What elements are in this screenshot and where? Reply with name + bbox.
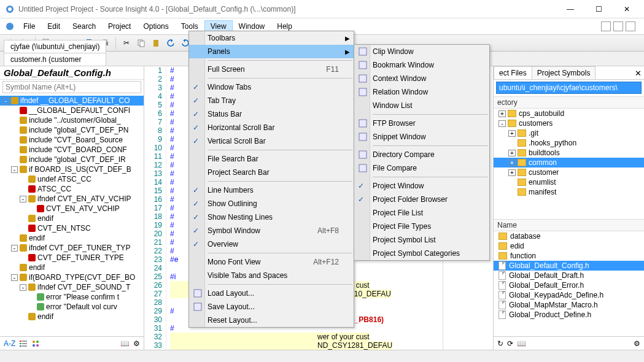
menu-search[interactable]: Search bbox=[66, 20, 102, 33]
symbol-tree-item[interactable]: -ifndef __GLOBAL_DEFAULT_CO bbox=[0, 96, 144, 106]
symbol-tree-item[interactable]: CVT_EN_ATV_VCHIP bbox=[0, 204, 144, 214]
menu-item[interactable]: Project Search Bar bbox=[189, 166, 354, 179]
gear-icon[interactable]: ⚙ bbox=[133, 339, 140, 348]
symbol-tree-item[interactable]: -if BOARD_IS_US(CVT_DEF_B bbox=[0, 164, 144, 174]
mdi-restore-icon[interactable] bbox=[613, 21, 623, 31]
symbol-tree-item[interactable]: include "../customer/Global_ bbox=[0, 115, 144, 125]
file-list-item[interactable]: database bbox=[494, 231, 644, 241]
refresh-icon[interactable]: ↻ bbox=[497, 339, 503, 348]
menu-item[interactable]: FTP Browser bbox=[354, 117, 489, 130]
menu-item[interactable]: File Search Bar bbox=[189, 152, 354, 166]
app-menu-icon[interactable] bbox=[5, 21, 15, 31]
file-list-item[interactable]: Global_KeypadAdc_Define.h bbox=[494, 290, 644, 300]
panel-close-button[interactable]: ✕ bbox=[635, 69, 642, 78]
symbol-tree-item[interactable]: include "CVT_BOARD_CONF bbox=[0, 145, 144, 155]
file-list[interactable]: databaseedidfunctionGlobal_Default_Confi… bbox=[494, 231, 644, 336]
menu-item[interactable]: Snippet Window bbox=[354, 130, 489, 144]
file-list-item[interactable]: Global_Product_Define.h bbox=[494, 310, 644, 320]
menu-item[interactable]: ✓Symbol WindowAlt+F8 bbox=[189, 224, 354, 237]
symbol-tree-item[interactable]: -ifndef CVT_EN_ATV_VCHIP bbox=[0, 194, 144, 204]
symbol-tree-item[interactable]: -ifndef CVT_DEF_TUNER_TYP bbox=[0, 243, 144, 253]
menu-item[interactable]: Window List bbox=[354, 99, 489, 112]
menu-item[interactable]: ✓Vertical Scroll Bar bbox=[189, 134, 354, 148]
directory-item[interactable]: +common bbox=[494, 158, 644, 168]
menu-item[interactable]: ✓Overview bbox=[189, 237, 354, 251]
directory-item[interactable]: +manifest bbox=[494, 187, 644, 197]
menu-item[interactable]: File Compare bbox=[354, 161, 489, 175]
symbol-tree-item[interactable]: include "CVT_Board_Source bbox=[0, 135, 144, 145]
menu-item[interactable]: Directory Compare bbox=[354, 148, 489, 161]
file-tab[interactable]: cjyfae (\\ubuntu\i_chenjiayi) bbox=[4, 40, 106, 53]
project-tab[interactable]: Project Symbols bbox=[532, 66, 596, 79]
menu-item[interactable]: Project File List bbox=[354, 206, 489, 220]
close-button[interactable]: ✕ bbox=[618, 5, 635, 13]
symbol-tree-item[interactable]: CVT_EN_NTSC bbox=[0, 223, 144, 233]
symbol-list-icon[interactable] bbox=[19, 339, 28, 348]
symbol-tree-item[interactable]: __GLOBAL_DEFAULT_CONFI bbox=[0, 106, 144, 115]
undo-button[interactable] bbox=[165, 37, 177, 49]
menu-item[interactable]: Full ScreenF11 bbox=[189, 63, 354, 76]
menu-item[interactable]: Context Window bbox=[354, 72, 489, 85]
project-tab[interactable]: ect Files bbox=[494, 66, 532, 79]
menu-item[interactable]: ✓Project Folder Browser bbox=[354, 193, 489, 206]
menu-item[interactable]: ✓Window Tabs bbox=[189, 80, 354, 94]
book-icon[interactable]: 📖 bbox=[120, 339, 130, 348]
menu-item[interactable]: ✓Status Bar bbox=[189, 107, 354, 121]
file-list-item[interactable]: Global_Default_Draft.h bbox=[494, 271, 644, 280]
menu-item[interactable]: ✓Line Numbers bbox=[189, 183, 354, 197]
file-tab[interactable]: customer.h (customer bbox=[4, 53, 106, 66]
symbol-tree-item[interactable]: -if(BOARD_TYPE(CVT_DEF_BO bbox=[0, 272, 144, 282]
directory-item[interactable]: +buildtools bbox=[494, 148, 644, 158]
symbol-tree-item[interactable]: -ifndef CVT_DEF_SOUND_T bbox=[0, 282, 144, 292]
symbol-tree-item[interactable]: endif bbox=[0, 312, 144, 322]
menu-item[interactable]: ✓Project Window bbox=[354, 179, 489, 193]
menu-item[interactable]: Load Layout... bbox=[189, 287, 354, 300]
symbol-tree-item[interactable]: include "global_CVT_DEF_IR bbox=[0, 155, 144, 164]
symbol-tree[interactable]: -ifndef __GLOBAL_DEFAULT_CO__GLOBAL_DEFA… bbox=[0, 94, 144, 336]
menu-item[interactable]: Project Symbol List bbox=[354, 233, 489, 247]
project-path-input[interactable] bbox=[496, 82, 642, 94]
menu-project[interactable]: Project bbox=[102, 20, 137, 33]
menu-item[interactable]: Project File Types bbox=[354, 220, 489, 233]
file-list-item[interactable]: Global_Default_Error.h bbox=[494, 280, 644, 290]
paste-button[interactable] bbox=[150, 37, 162, 49]
directory-item[interactable]: +cps_autobuild bbox=[494, 109, 644, 118]
menu-file[interactable]: File bbox=[17, 20, 41, 33]
menu-item[interactable]: ✓Tab Tray bbox=[189, 94, 354, 107]
symbol-tree-item[interactable]: error "Default vol curv bbox=[0, 302, 144, 312]
file-list-item[interactable]: edid bbox=[494, 241, 644, 251]
directory-tree[interactable]: +cps_autobuild-customers+.git+.hooks_pyt… bbox=[494, 109, 644, 219]
menu-item[interactable]: Reset Layout... bbox=[189, 314, 354, 327]
menu-edit[interactable]: Edit bbox=[41, 20, 66, 33]
menu-item[interactable]: ✓Show Nesting Lines bbox=[189, 210, 354, 224]
view-menu[interactable]: Toolbars▶Panels▶Full ScreenF11✓Window Ta… bbox=[188, 31, 354, 328]
panels-submenu[interactable]: Clip WindowBookmark WindowContext Window… bbox=[354, 44, 490, 261]
sync-icon[interactable]: ⟳ bbox=[507, 339, 513, 348]
menu-item[interactable]: Clip Window bbox=[354, 45, 489, 58]
symbol-tree-item[interactable]: undef ATSC_CC bbox=[0, 174, 144, 184]
symbol-tree-item[interactable]: endif bbox=[0, 263, 144, 272]
gear-icon[interactable]: ⚙ bbox=[634, 339, 640, 348]
directory-item[interactable]: +.git bbox=[494, 128, 644, 138]
mdi-close-icon[interactable] bbox=[626, 21, 635, 31]
file-list-item[interactable]: function bbox=[494, 251, 644, 261]
symbol-tree-item[interactable]: error "Please confirm t bbox=[0, 292, 144, 302]
symbol-tree-item[interactable]: include "global_CVT_DEF_PN bbox=[0, 125, 144, 135]
copy-button[interactable] bbox=[135, 37, 147, 49]
cut-button[interactable]: ✂ bbox=[120, 37, 133, 49]
minimize-button[interactable]: — bbox=[562, 5, 579, 13]
menu-item[interactable]: ✓Horizontal Scroll Bar bbox=[189, 121, 354, 134]
symbol-search-input[interactable] bbox=[2, 81, 141, 93]
file-list-item[interactable]: Global_MapMstar_Macro.h bbox=[494, 300, 644, 310]
menu-item[interactable]: Bookmark Window bbox=[354, 58, 489, 72]
mdi-minimize-icon[interactable] bbox=[601, 21, 611, 31]
menu-item[interactable]: Visible Tabs and Spaces bbox=[189, 269, 354, 282]
menu-item[interactable]: Panels▶ bbox=[189, 45, 354, 58]
menu-item[interactable]: Toolbars▶ bbox=[189, 31, 354, 45]
directory-item[interactable]: +enumlist bbox=[494, 177, 644, 187]
directory-item[interactable]: -customers bbox=[494, 118, 644, 128]
symbol-tree-item[interactable]: ATSC_CC bbox=[0, 184, 144, 194]
symbol-filter-icon[interactable] bbox=[31, 339, 40, 348]
directory-item[interactable]: +.hooks_python bbox=[494, 138, 644, 148]
menu-item[interactable]: ✓Show Outlining bbox=[189, 197, 354, 210]
